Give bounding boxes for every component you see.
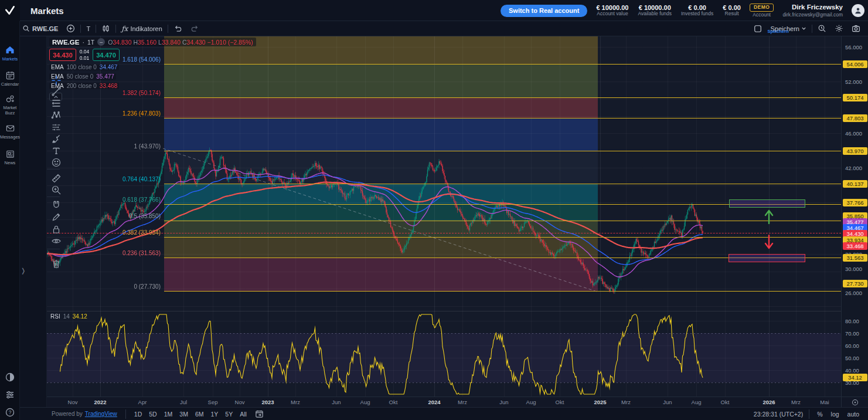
remove-drawings-button[interactable] <box>51 259 62 269</box>
scale-button-log[interactable]: log <box>827 409 843 419</box>
sell-button[interactable]: 34.430 <box>49 49 76 61</box>
demo-account-label: Account <box>753 12 771 18</box>
price-axis-tick: 50.00 <box>845 355 859 361</box>
brush-tool-button[interactable] <box>51 134 62 144</box>
toolbar-separator <box>47 249 60 249</box>
checkmark-logo-icon <box>4 5 16 16</box>
trading-app-window: Markets Switch to Real account € 10000.0… <box>0 0 868 420</box>
user-block[interactable]: Dirk Friczewsky dirk.friczewsky@gmail.co… <box>782 4 843 18</box>
goto-date-button[interactable] <box>255 409 264 418</box>
powered-by-label: Powered by <box>52 411 83 417</box>
arrow-down-drawing[interactable] <box>763 235 775 250</box>
preferences-button[interactable] <box>5 389 15 402</box>
compare-add-symbol-button[interactable] <box>62 21 79 36</box>
stat-label: Result <box>725 11 739 17</box>
indicator-legend-row[interactable]: EMA100 close 034.467 <box>49 64 119 70</box>
range-button-5d[interactable]: 5D <box>145 409 160 419</box>
hide-drawings-button[interactable] <box>51 236 62 246</box>
account-stat: € 0.00Invested funds <box>681 4 713 17</box>
sidebar-item-messages[interactable]: Messages <box>0 123 20 140</box>
account-summary: Switch to Real account € 10000.00Account… <box>501 0 864 21</box>
scroll-to-realtime-icon[interactable] <box>852 399 859 406</box>
fib-level-label: 0.618 (37.766) <box>49 197 161 203</box>
avatar[interactable] <box>852 4 864 17</box>
range-button-1d[interactable]: 1D <box>131 409 145 419</box>
drawing-mode-button[interactable] <box>51 212 62 222</box>
pencil-icon <box>51 212 62 222</box>
chart-type-button[interactable] <box>97 21 114 36</box>
buy-button[interactable]: 34.470 <box>93 49 120 61</box>
forecast-tool-button[interactable] <box>51 122 62 133</box>
chart-pane[interactable]: 1.618 (54.006)1.382 (50.174)1.236 (47.80… <box>47 36 841 397</box>
range-button-6m[interactable]: 6M <box>192 409 207 419</box>
symbol-search-button[interactable]: RWE.GE <box>20 21 62 36</box>
help-button[interactable]: ? <box>5 407 15 420</box>
gear-icon <box>835 24 843 33</box>
sidebar-item-news[interactable]: News <box>0 149 20 165</box>
support-zone-box[interactable] <box>729 254 805 262</box>
crosshair-tool-button[interactable] <box>51 75 62 86</box>
sidebar-item-calendar[interactable]: Calendar <box>0 70 20 87</box>
app-logo[interactable] <box>0 0 20 21</box>
resistance-zone-box[interactable] <box>729 199 805 208</box>
price-axis-badge-fib: 40.137 <box>843 180 867 188</box>
drawing-toolbar: ❭ <box>20 36 47 407</box>
emoji-tool-button[interactable] <box>51 157 62 168</box>
arrow-up-drawing[interactable] <box>763 209 775 224</box>
range-button-5y[interactable]: 5Y <box>222 409 236 419</box>
sidebar-item-label: Messages <box>0 134 20 140</box>
zoom-in-tool-button[interactable] <box>51 185 62 195</box>
camera-icon <box>852 24 860 33</box>
time-axis-tick: Okt <box>389 399 398 405</box>
xabcd-pattern-tool-button[interactable] <box>51 110 62 120</box>
text-tool-button[interactable] <box>51 145 62 156</box>
tradingview-link[interactable]: TradingView <box>85 411 117 417</box>
undo-button[interactable] <box>169 21 186 36</box>
search-icon <box>22 25 30 32</box>
range-button-all[interactable]: All <box>236 409 250 419</box>
trend-line-tool-button[interactable] <box>51 86 62 97</box>
range-button-3m[interactable]: 3M <box>176 409 192 419</box>
theme-toggle-button[interactable] <box>5 372 15 385</box>
magnet-icon <box>51 200 62 211</box>
sidebar-item-market-buzz[interactable]: Market Buzz <box>0 94 20 116</box>
measure-tool-button[interactable] <box>51 173 62 184</box>
switch-to-real-account-button[interactable]: Switch to Real account <box>501 5 587 17</box>
snapshot-button[interactable] <box>847 21 864 36</box>
plus-circle-icon <box>66 24 75 33</box>
fib-retracement-tool-button[interactable] <box>51 98 62 109</box>
bottom-bar: Powered by TradingView 1D5D1M3M6M1Y5YAll… <box>20 407 868 420</box>
range-button-1y[interactable]: 1Y <box>207 409 222 419</box>
sidebar-item-label: Market Buzz <box>0 105 20 116</box>
sidebar-item-markets[interactable]: Markets <box>0 45 20 62</box>
fib-level-line <box>164 64 841 65</box>
time-axis[interactable]: Nov2022AprJulSepNov2023MrzJunAugOkt2024M… <box>47 397 841 407</box>
rsi-legend[interactable]: RSI 14 34.12 <box>50 313 87 320</box>
legend-interval: 1T <box>87 39 94 46</box>
sidebar-item-label: News <box>5 160 16 165</box>
redo-button[interactable] <box>186 21 203 36</box>
scale-button-auto[interactable]: auto <box>843 409 863 419</box>
layout-select-button[interactable] <box>750 21 766 36</box>
interval-button[interactable]: T <box>82 21 94 36</box>
chart-settings-button[interactable] <box>830 21 847 36</box>
legend-symbol-row[interactable]: RWE.GE · 1T – O34.830 H35.160 L33.840 C3… <box>49 38 256 46</box>
toolbar-divider <box>80 25 81 33</box>
lock-drawings-button[interactable] <box>51 224 62 235</box>
save-layout-button[interactable]: Speichern Speichern <box>766 21 811 36</box>
indicators-button[interactable]: ƒx Indikatoren <box>117 21 166 36</box>
price-axis-tick: 52.000 <box>845 79 862 85</box>
range-button-1m[interactable]: 1M <box>161 409 176 419</box>
quick-search-button[interactable] <box>813 21 830 36</box>
price-axis[interactable]: 56.00052.00046.00042.00032.00030.00026.0… <box>841 36 868 397</box>
price-axis-tick: 56.000 <box>845 44 862 50</box>
time-axis-tick: Okt <box>721 399 730 405</box>
save-tooltip: Speichern <box>767 29 788 34</box>
magnet-mode-button[interactable] <box>51 200 62 211</box>
hide-symbol-button[interactable]: – <box>97 38 105 46</box>
scale-button-percent[interactable]: % <box>813 409 826 419</box>
rsi-name: RSI <box>50 313 60 320</box>
clock[interactable]: 23:28:31 (UTC+2) <box>754 411 803 418</box>
panel-collapse-handle[interactable]: ❭ <box>21 264 26 277</box>
rsi-value: 34.12 <box>73 313 87 320</box>
